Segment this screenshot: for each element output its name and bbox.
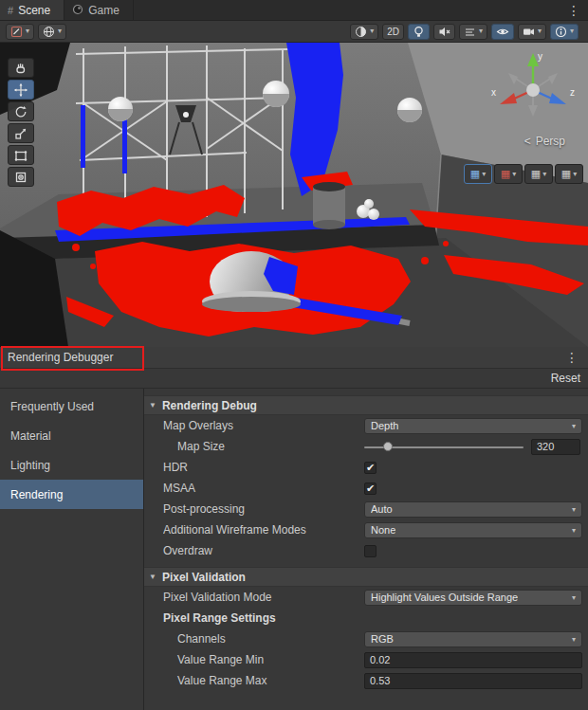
projection-toggle[interactable]: < Persp [524,135,565,148]
light-bulb-icon [413,26,425,38]
tab-game-label: Game [88,4,119,17]
transform-tool-button[interactable] [8,167,34,187]
shading-mode-dropdown[interactable]: ▾ [6,24,34,40]
foldout-arrow-icon: ▼ [149,401,156,410]
tab-game[interactable]: Game [64,0,134,20]
transform-icon [13,170,28,185]
2d-toggle-button[interactable]: 2D [382,24,404,40]
reset-button[interactable]: Reset [551,372,580,385]
row-value-range-max: Value Range Max 0.53 [144,670,588,691]
additional-wireframe-modes-dropdown[interactable]: None ▾ [364,522,582,538]
scene-viewport[interactable]: y x z < Persp ▦ ▾ ▦ ▾ ▦ ▾ ▦ ▾ [0,43,588,347]
slider-thumb[interactable] [383,442,393,451]
tabbar-menu-button[interactable]: ⋮ [561,0,586,21]
toolbar-right-group: ▾ 2D ▾ ▾ ▾ [350,24,582,40]
grid-overlay-dropdown-2[interactable]: ▦ ▾ [494,164,523,184]
channels-label: Channels [163,632,364,646]
map-overlays-dropdown[interactable]: Depth ▾ [364,418,582,434]
render-mode-dropdown[interactable]: ▾ [350,24,378,40]
grid-overlay-dropdown-3[interactable]: ▦ ▾ [524,164,553,184]
rect-tool-button[interactable] [8,145,34,165]
debugger-reset-bar: Reset [0,369,588,389]
audio-mute-toggle[interactable] [433,24,455,40]
overdraw-checkbox[interactable]: ✔ [364,545,377,557]
value-range-max-field[interactable]: 0.53 [364,673,582,689]
axis-z-label: z [570,87,575,98]
move-tool-button[interactable] [8,80,34,100]
channels-value: RGB [371,633,394,645]
value-range-max-label: Value Range Max [163,674,364,687]
additional-wireframe-modes-value: None [371,524,395,536]
orientation-gizmo[interactable]: y x z [487,48,579,136]
pixel-validation-mode-value: Highlight Values Outside Range [371,592,518,603]
row-additional-wireframe-modes: Additional Wireframe Modes None ▾ [144,519,588,540]
post-processing-value: Auto [371,503,393,515]
speaker-muted-icon [438,26,450,38]
grid-overlay-dropdown-4[interactable]: ▦ ▾ [555,164,583,184]
x-axis-cone [500,93,517,104]
map-size-slider[interactable] [364,439,524,455]
camera-settings-dropdown[interactable]: ▾ [518,24,546,40]
sidebar-item-lighting[interactable]: Lighting [0,450,143,480]
msaa-label: MSAA [163,482,364,495]
hand-icon [13,61,28,76]
rendering-debug-title: Rendering Debug [162,399,257,412]
map-overlays-label: Map Overlays [163,419,364,432]
dropdown-arrow-icon: ▾ [370,27,374,35]
transform-toolstrip [8,58,34,187]
scene-lighting-toggle[interactable] [408,24,430,40]
sidebar-item-rendering[interactable]: Rendering [0,480,143,509]
debugger-content: ▼ Rendering Debug Map Overlays Depth ▾ M… [144,389,588,710]
tab-scene-label: Scene [18,4,50,17]
scene-grid-icon: # [8,5,13,16]
pixel-validation-mode-dropdown[interactable]: Highlight Values Outside Range ▾ [364,590,582,606]
post-processing-dropdown[interactable]: Auto ▾ [364,501,582,518]
scale-tool-button[interactable] [8,123,34,143]
persp-icon: < [524,135,531,148]
sidebar-item-frequently-used[interactable]: Frequently Used [0,391,143,421]
check-icon: ✔ [366,463,375,473]
channels-dropdown[interactable]: RGB ▾ [364,631,582,647]
2d-label: 2D [387,27,399,37]
scale-icon [13,126,28,141]
dropdown-arrow-icon: ▾ [482,171,486,178]
viewport-overlay-toolbar: ▦ ▾ ▦ ▾ ▦ ▾ ▦ ▾ [464,164,583,184]
dropdown-arrow-icon: ▾ [568,526,576,535]
debugger-menu-button[interactable]: ⋮ [563,350,580,365]
hdr-checkbox[interactable]: ✔ [364,462,377,474]
rect-tool-icon [13,148,28,163]
tab-scene[interactable]: # Scene [0,0,64,20]
rendering-debugger-title: Rendering Debugger [8,351,113,364]
dropdown-arrow-icon: ▾ [479,27,483,35]
effects-dropdown[interactable]: ▾ [459,24,487,40]
map-size-label: Map Size [163,440,364,453]
debug-view-dropdown[interactable]: ▾ [38,24,66,40]
grid-overlay-dropdown-1[interactable]: ▦ ▾ [464,164,492,184]
dropdown-arrow-icon: ▾ [538,27,542,35]
pixel-validation-foldout[interactable]: ▼ Pixel Validation [144,567,588,587]
grid-icon-red: ▦ [501,168,510,180]
msaa-checkbox[interactable]: ✔ [364,482,377,495]
effects-icon [464,26,476,38]
game-tab-icon [72,4,83,17]
dropdown-arrow-icon: ▾ [26,27,29,35]
value-range-min-field[interactable]: 0.02 [364,652,582,668]
sidebar-item-material[interactable]: Material [0,421,143,450]
globe-icon [43,26,55,38]
pixel-validation-title: Pixel Validation [162,571,246,584]
rotate-tool-button[interactable] [8,101,34,121]
map-size-field[interactable]: 320 [531,439,580,455]
row-pixel-range-settings: Pixel Range Settings [144,608,588,628]
view-tool-button[interactable] [8,58,34,78]
shaded-mode-icon [10,26,23,38]
pixel-validation-mode-label: Pixel Validation Mode [163,591,364,604]
dropdown-arrow-icon: ▾ [58,27,62,35]
dropdown-arrow-icon: ▾ [568,505,576,514]
gizmos-info-dropdown[interactable]: ▾ [550,24,579,40]
debugger-body: Frequently Used Material Lighting Render… [0,389,588,710]
scene-visibility-toggle[interactable] [491,24,514,40]
row-map-overlays: Map Overlays Depth ▾ [144,415,588,436]
unity-editor: # Scene Game ⋮ ▾ ▾ ▾ 2D [0,0,588,710]
rendering-debug-foldout[interactable]: ▼ Rendering Debug [144,395,588,415]
half-sphere-icon [355,26,367,38]
